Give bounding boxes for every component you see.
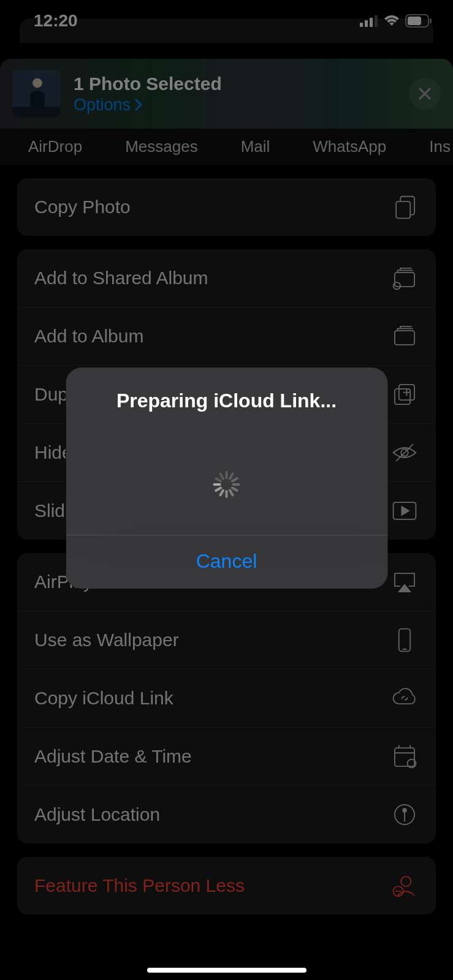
album-icon	[390, 322, 419, 350]
cloud-link-icon	[390, 684, 419, 712]
action-add-shared-album[interactable]: Add to Shared Album	[17, 249, 436, 307]
modal-title: Preparing iCloud Link...	[66, 368, 387, 418]
svg-rect-13	[395, 331, 414, 345]
wifi-icon	[383, 15, 400, 27]
svg-point-12	[394, 282, 401, 290]
action-copy-icloud[interactable]: Copy iCloud Link	[17, 669, 436, 728]
cancel-button[interactable]: Cancel	[66, 535, 387, 589]
action-label: Copy Photo	[34, 197, 131, 217]
svg-rect-6	[430, 18, 432, 23]
options-button[interactable]: Options	[74, 96, 395, 115]
svg-point-8	[32, 78, 42, 88]
airplay-icon	[390, 568, 419, 596]
action-add-album[interactable]: Add to Album	[17, 307, 436, 366]
action-label: Copy iCloud Link	[34, 688, 173, 709]
preparing-modal: Preparing iCloud Link... Cancel	[66, 368, 387, 589]
svg-rect-10	[396, 202, 410, 219]
copy-icon	[390, 193, 419, 221]
share-app-messages[interactable]: Messages	[125, 137, 198, 156]
location-icon	[390, 801, 419, 829]
svg-rect-14	[395, 389, 410, 404]
phone-icon	[390, 626, 419, 654]
svg-rect-2	[370, 18, 373, 27]
svg-point-22	[403, 809, 406, 812]
share-app-next[interactable]: Ins	[429, 137, 451, 156]
status-icons	[360, 14, 432, 28]
action-adjust-date[interactable]: Adjust Date & Time	[17, 728, 436, 786]
share-app-airdrop[interactable]: AirDrop	[28, 137, 82, 156]
hide-icon	[390, 439, 419, 467]
status-bar: 12:20	[0, 0, 453, 33]
svg-rect-9	[12, 107, 60, 118]
person-less-icon	[390, 872, 419, 900]
share-app-mail[interactable]: Mail	[241, 137, 270, 156]
home-indicator[interactable]	[147, 968, 306, 973]
play-icon	[390, 497, 419, 525]
selection-title: 1 Photo Selected	[74, 74, 395, 94]
svg-rect-0	[360, 23, 363, 27]
spinner-icon	[213, 471, 240, 498]
options-label: Options	[74, 96, 131, 115]
svg-rect-19	[395, 748, 414, 766]
action-feature-less[interactable]: Feature This Person Less	[17, 857, 436, 914]
svg-rect-3	[375, 15, 378, 27]
cellular-icon	[360, 15, 378, 27]
calendar-icon	[390, 742, 419, 771]
svg-point-23	[401, 876, 411, 886]
svg-rect-1	[365, 20, 368, 27]
close-button[interactable]	[409, 78, 441, 110]
action-use-wallpaper[interactable]: Use as Wallpaper	[17, 611, 436, 669]
action-label: Feature This Person Less	[34, 875, 245, 896]
share-app-whatsapp[interactable]: WhatsApp	[313, 137, 386, 156]
action-adjust-location[interactable]: Adjust Location	[17, 786, 436, 843]
action-label: Add to Shared Album	[34, 268, 208, 288]
action-label: Use as Wallpaper	[34, 630, 179, 650]
action-label: Add to Album	[34, 326, 143, 347]
shared-album-icon	[390, 264, 419, 292]
chevron-right-icon	[134, 99, 143, 111]
clock: 12:20	[34, 11, 78, 31]
share-apps-row[interactable]: AirDrop Messages Mail WhatsApp Ins	[0, 129, 453, 165]
svg-rect-18	[399, 629, 410, 652]
duplicate-icon	[390, 380, 419, 409]
svg-rect-11	[395, 273, 414, 287]
action-label: Adjust Date & Time	[34, 746, 192, 767]
sheet-header: 1 Photo Selected Options	[0, 59, 453, 129]
close-icon	[418, 87, 432, 100]
photo-thumbnail	[12, 70, 60, 118]
svg-rect-5	[408, 17, 421, 25]
action-label: Adjust Location	[34, 804, 160, 825]
action-copy-photo[interactable]: Copy Photo	[17, 178, 436, 236]
battery-icon	[405, 14, 432, 28]
